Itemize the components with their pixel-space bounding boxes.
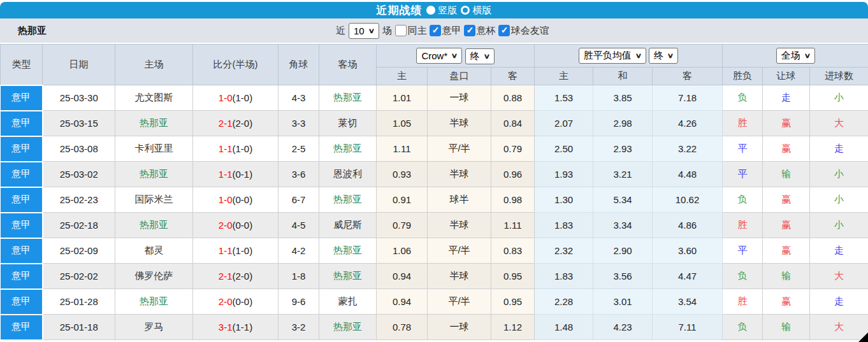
- away-team[interactable]: 威尼斯: [319, 213, 377, 238]
- home-team[interactable]: 热那亚: [115, 162, 193, 187]
- avg-away: 3.60: [653, 238, 723, 264]
- unchecked-checkbox[interactable]: [395, 25, 407, 36]
- match-score: 1-1(1-0): [193, 136, 278, 162]
- chevron-down-icon: ∨: [635, 52, 642, 60]
- odds-home: 0.93: [377, 162, 428, 187]
- checked-checkbox[interactable]: [498, 25, 510, 36]
- odds-home: 0.79: [377, 213, 428, 238]
- title-bar: 近期战绩 竖版横版: [0, 2, 868, 18]
- match-date: 25-03-30: [43, 85, 115, 111]
- avg-type-value: 胜平负均值: [584, 50, 632, 62]
- avg-type-select[interactable]: 胜平负均值 ∨: [579, 48, 646, 64]
- result-wdl: 平: [723, 136, 763, 162]
- header-corner: 角球: [278, 45, 319, 85]
- corner-score: 4-3: [278, 85, 319, 111]
- match-score: 2-1(2-0): [193, 264, 278, 289]
- away-team[interactable]: 恩波利: [319, 162, 377, 187]
- odds-away: 1.11: [491, 213, 535, 238]
- home-team[interactable]: 热那亚: [115, 289, 193, 315]
- layout-radio-label[interactable]: 竖版: [438, 4, 458, 17]
- checked-checkbox[interactable]: [464, 25, 475, 36]
- away-team[interactable]: 热那亚: [319, 85, 377, 111]
- result-handicap: 赢: [763, 289, 810, 315]
- checked-checkbox[interactable]: [430, 25, 441, 36]
- result-handicap: 输: [763, 162, 810, 187]
- result-goals: 大: [810, 111, 868, 136]
- handicap-line: 半球: [428, 264, 491, 289]
- away-team[interactable]: 蒙扎: [319, 289, 377, 315]
- checkbox-label[interactable]: 球会友谊: [511, 25, 549, 37]
- checkbox-label[interactable]: 意杯: [477, 25, 496, 37]
- recent-results-panel: 近期战绩 竖版横版 热那亚 近 10 ∨ 场 同主意甲意杯球会友谊 类型 日期 …: [0, 0, 868, 342]
- result-wdl: 负: [723, 187, 763, 213]
- odds-away: 0.79: [491, 136, 535, 162]
- odds-company-select[interactable]: Crow* ∨: [416, 48, 462, 64]
- subheader-odds-away: 客: [491, 68, 535, 85]
- home-team[interactable]: 罗马: [115, 315, 193, 340]
- corner-score: 2-5: [278, 136, 319, 162]
- scope-select[interactable]: 全场 ∨: [776, 48, 815, 64]
- subheader-goals: 进球数: [810, 68, 868, 85]
- match-date: 25-02-02: [43, 264, 115, 289]
- odds-home: 1.11: [377, 136, 428, 162]
- away-team[interactable]: 莱切: [319, 111, 377, 136]
- match-score: 2-1(2-0): [193, 111, 278, 136]
- layout-radio-label[interactable]: 横版: [473, 4, 492, 17]
- home-team[interactable]: 尤文图斯: [115, 85, 193, 111]
- home-team[interactable]: 热那亚: [115, 213, 193, 238]
- result-wdl: 负: [723, 315, 763, 340]
- corner-score: 4-2: [278, 238, 319, 264]
- match-count-select[interactable]: 10 ∨: [349, 23, 379, 39]
- layout-radio-unselected-icon[interactable]: [461, 6, 470, 15]
- avg-time-select[interactable]: 终 ∨: [649, 48, 678, 64]
- odds-home: 1.06: [377, 238, 428, 264]
- away-team[interactable]: 热那亚: [319, 264, 377, 289]
- odds-home: 0.94: [377, 264, 428, 289]
- handicap-line: 半球: [428, 213, 491, 238]
- odds-away: 0.84: [491, 111, 535, 136]
- match-date: 25-02-18: [43, 213, 115, 238]
- avg-draw: 3.01: [593, 289, 653, 315]
- avg-away: 4.48: [653, 162, 723, 187]
- chevron-down-icon: ∨: [451, 52, 458, 60]
- checkbox-label[interactable]: 意甲: [442, 25, 461, 37]
- match-date: 25-02-23: [43, 187, 115, 213]
- results-table: 类型 日期 主场 比分(半场) 角球 客场 Crow* ∨ 终 ∨: [0, 44, 868, 341]
- table-row: 意甲25-02-02佛罗伦萨2-1(2-0)1-8热那亚0.94半球0.951.…: [1, 264, 868, 289]
- header-date: 日期: [43, 45, 115, 85]
- scope-value: 全场: [781, 50, 800, 62]
- odds-away: 0.88: [491, 85, 535, 111]
- home-team[interactable]: 热那亚: [115, 111, 193, 136]
- table-row: 意甲25-03-02热那亚1-1(0-1)3-6恩波利0.93半球0.961.9…: [1, 162, 868, 187]
- header-home: 主场: [115, 45, 193, 85]
- table-row: 意甲25-03-15热那亚2-1(2-0)3-3莱切1.05半球0.842.07…: [1, 111, 868, 136]
- avg-home: 2.28: [535, 289, 593, 315]
- result-goals: 走: [810, 136, 868, 162]
- odds-time-select[interactable]: 终 ∨: [465, 48, 495, 64]
- filter-controls: 近 10 ∨ 场 同主意甲意杯球会友谊: [336, 23, 552, 39]
- odds-time-value: 终: [470, 50, 480, 62]
- odds-home: 0.94: [377, 289, 428, 315]
- odds-away: 0.95: [491, 289, 535, 315]
- home-team[interactable]: 佛罗伦萨: [115, 264, 193, 289]
- league-badge: 意甲: [1, 85, 43, 111]
- away-team[interactable]: 热那亚: [319, 315, 377, 340]
- home-team[interactable]: 国际米兰: [115, 187, 193, 213]
- avg-home: 1.30: [535, 187, 593, 213]
- avg-away: 3.54: [653, 289, 723, 315]
- away-team[interactable]: 热那亚: [319, 136, 377, 162]
- away-team[interactable]: 热那亚: [319, 238, 377, 264]
- avg-select-group: 胜平负均值 ∨ 终 ∨: [535, 45, 723, 68]
- home-team[interactable]: 卡利亚里: [115, 136, 193, 162]
- layout-radio-selected-icon[interactable]: [426, 6, 435, 15]
- result-wdl: 胜: [723, 111, 763, 136]
- table-row: 意甲25-01-28热那亚2-0(0-0)9-6蒙扎0.94平/半0.952.2…: [1, 289, 868, 315]
- odds-home: 0.91: [377, 187, 428, 213]
- result-handicap: 赢: [763, 187, 810, 213]
- away-team[interactable]: 热那亚: [319, 187, 377, 213]
- checkbox-label[interactable]: 同主: [408, 25, 427, 37]
- result-handicap: 赢: [763, 213, 810, 238]
- home-team[interactable]: 都灵: [115, 238, 193, 264]
- header-score: 比分(半场): [193, 45, 278, 85]
- odds-select-group: Crow* ∨ 终 ∨: [377, 45, 535, 68]
